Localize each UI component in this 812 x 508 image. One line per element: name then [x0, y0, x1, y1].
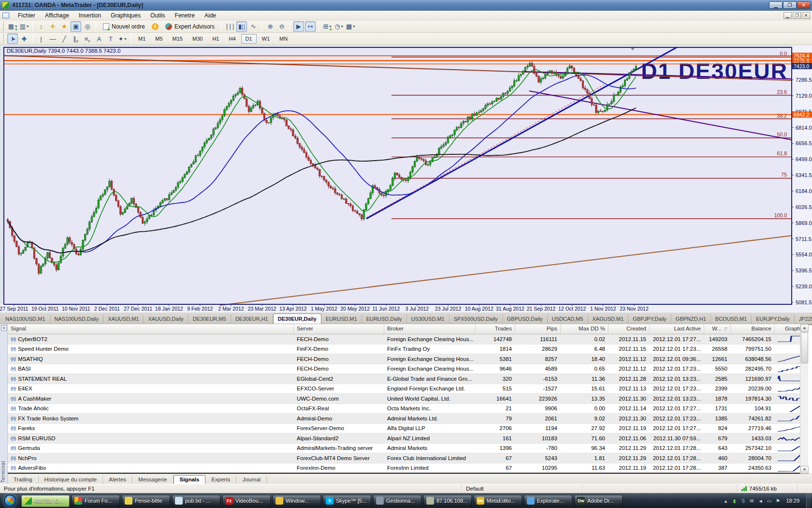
chart-tab-de30eur-daily[interactable]: DE30EUR,Daily — [273, 314, 321, 324]
menu-affichage[interactable]: Affichage — [40, 11, 74, 20]
signal-row[interactable]: ((•))CyberBOT2FECH-DemoForeign Exchange … — [8, 334, 800, 344]
signal-row[interactable]: ((•))GertrudaAdmiralMarkets-Trading serv… — [8, 444, 800, 454]
taskbar-button-metaeditor[interactable]: MeMetaEdito... — [474, 495, 522, 507]
chart-tab-us30usd-m1[interactable]: US30USD,M1 — [407, 314, 450, 324]
timeframe-m1[interactable]: M1 — [134, 34, 150, 44]
chart-tab-eurusd-daily[interactable]: EURUSD,Daily — [362, 314, 407, 324]
chart-tab-eurjpy-daily[interactable]: EURJPY,Daily — [752, 314, 795, 324]
signal-row[interactable]: ((•))MSATHIQFECH-DemoForeign Exchange Cl… — [8, 354, 800, 364]
arrows[interactable]: ✦▾ — [117, 33, 128, 44]
fibonacci[interactable]: ≡F — [82, 33, 93, 44]
timeframe-m15[interactable]: M15 — [168, 34, 187, 44]
child-minimize-button[interactable]: ▁ — [783, 12, 792, 19]
terminal-tab-historique-du-compte[interactable]: Historique du compte — [39, 476, 103, 484]
auto-scroll[interactable]: ▶ — [293, 21, 304, 32]
toolbar-grip[interactable] — [3, 22, 5, 31]
chart-tab-xagusd-m1[interactable]: XAGUSD,M1 — [588, 314, 629, 324]
mql5-alert[interactable]: ! — [150, 21, 160, 32]
chart-tray-icon[interactable]: ▮ — [731, 497, 738, 504]
volume-tray-icon[interactable]: ◄ — [757, 497, 764, 504]
signal-row[interactable]: ((•))BASIFECH-DemoForeign Exchange Clear… — [8, 364, 800, 374]
periods[interactable]: ◷▾ — [334, 21, 344, 32]
flag-tray-icon[interactable]: ⚑ — [774, 497, 781, 504]
scrollbar-thumb[interactable] — [801, 332, 808, 363]
zoom-out[interactable]: ⊖ — [276, 21, 287, 32]
terminal-panel[interactable]: ▣ — [71, 21, 81, 32]
taskbar-button-windows-explorer[interactable]: Explorate... — [524, 495, 572, 507]
terminal-tab-signals[interactable]: Signals — [174, 475, 206, 484]
timeframe-w1[interactable]: W1 — [258, 34, 275, 44]
close-button[interactable]: ✕ — [797, 1, 811, 9]
hidden-icons-icon[interactable]: ▴ — [722, 497, 729, 504]
chart-tab-xauusd-daily[interactable]: XAUUSD,Daily — [144, 314, 188, 324]
status-profile[interactable]: Default — [462, 484, 582, 493]
menu-graphiques[interactable]: Graphiques — [106, 11, 145, 20]
taskbar-button-sticky-note[interactable]: Pense-bête — [122, 495, 170, 507]
timeframe-h1[interactable]: H1 — [208, 34, 223, 44]
taskbar-button-dreamweaver[interactable]: DwAdobe Dr... — [574, 495, 623, 507]
menu-outils[interactable]: Outils — [145, 11, 170, 20]
taskbar-button-chrome[interactable]: Forum Fo... — [72, 495, 120, 507]
network-tray-icon[interactable]: ▭ — [766, 497, 772, 504]
chart-tab-bcousd-m1[interactable]: BCOUSD,M1 — [711, 314, 752, 324]
column-header-created[interactable]: Created — [609, 324, 650, 334]
chart-tab-nas100usd-m1[interactable]: NAS100USD,M1 — [1, 314, 50, 324]
timeframe-d1[interactable]: D1 — [241, 34, 257, 44]
signal-row[interactable]: ((•))Trade AholicOctaFX-RealOcta Markets… — [8, 404, 800, 414]
chart-tab-nas100usd-daily[interactable]: NAS100USD,Daily — [50, 314, 104, 324]
cursor[interactable]: ➤ — [7, 33, 18, 44]
timeframe-mn[interactable]: MN — [275, 34, 292, 44]
taskbar-button-remote-desktop[interactable]: 87.106.108... — [423, 495, 472, 507]
vertical-line[interactable]: | — [36, 33, 46, 44]
taskbar-button-skype[interactable]: SSkype™ [5... — [323, 495, 371, 507]
signal-row[interactable]: ((•))STATEMENT REALEGlobal-Cent2E-Global… — [8, 374, 800, 384]
terminal-tab-journal[interactable]: Journal — [236, 476, 267, 484]
candle-chart-mode[interactable]: ▮▯ — [236, 21, 247, 32]
chart-tab-de30eur-h1[interactable]: DE30EUR,H1 — [231, 314, 273, 324]
column-header-graph[interactable]: Graph — [775, 324, 804, 334]
chart-tab-gbpjpy-daily[interactable]: GBPJPY,Daily — [628, 314, 671, 324]
signal-row[interactable]: ((•))FX Trade Ronko SystemAdmiral-DemoAd… — [8, 414, 800, 424]
text-label[interactable]: T — [105, 33, 116, 44]
chart-tab-spx500usd-daily[interactable]: SPX500USD,Daily — [450, 314, 503, 324]
column-header-broker[interactable]: Broker — [384, 324, 476, 334]
chart-tab-gbpusd-daily[interactable]: GBPUSD,Daily — [503, 314, 548, 324]
maximize-button[interactable]: ❐ — [783, 1, 797, 9]
new-order-button[interactable]: +Nouvel ordre — [99, 21, 149, 32]
signal-row[interactable]: ((•))Speed Hunter DemoFinFX-DemoFinFx Tr… — [8, 344, 800, 355]
show-desktop-button[interactable] — [806, 493, 811, 508]
horizontal-line[interactable]: — — [47, 33, 58, 44]
market-watch[interactable]: ↕ — [36, 21, 46, 32]
signal-row[interactable]: ((•))A CashMakerUWC-Demo.comUnited World… — [8, 394, 800, 404]
taskbar-button-task-manager[interactable]: Gestionna... — [373, 495, 421, 507]
templates[interactable]: ▩▾ — [345, 21, 356, 32]
child-close-button[interactable]: ✕ — [802, 12, 810, 19]
taskbar-button-filezilla[interactable]: FzVideoBou... — [222, 495, 271, 507]
menu-aide[interactable]: Aide — [200, 11, 221, 20]
signal-row[interactable]: ((•))E4EXEFXCO-ServerEngland Foreign Exc… — [8, 384, 800, 394]
column-header-server[interactable]: Server — [294, 324, 384, 334]
column-header-maxdd[interactable]: Max DD % — [561, 324, 609, 334]
timeframe-h4[interactable]: H4 — [224, 34, 240, 44]
crosshair[interactable]: ✚ — [19, 33, 29, 44]
toolbar-grip[interactable] — [3, 34, 5, 43]
minimize-button[interactable]: ▁ — [769, 1, 783, 9]
chart-tab-usdcad-m5[interactable]: USDCAD,M5 — [548, 314, 588, 324]
price-chart[interactable]: D1 DE30EUR0.023.638.250.061.875100.07286… — [0, 45, 812, 313]
column-header-last_active[interactable]: Last Active — [650, 324, 704, 334]
bar-chart-mode[interactable]: ∣∣∣ — [225, 21, 235, 32]
skype-tray-icon[interactable]: S — [740, 497, 746, 504]
terminal-tab-trading[interactable]: Trading — [8, 476, 39, 484]
expert-advisors-button[interactable]: Expert Advisors — [161, 21, 218, 32]
column-header-trades[interactable]: Trades — [476, 324, 515, 334]
column-header-pips[interactable]: Pips — [515, 324, 561, 334]
chart-shift[interactable]: ↦ — [305, 21, 316, 32]
line-chart-mode[interactable]: ∿ — [248, 21, 259, 32]
signal-row[interactable]: ((•))FarekxForexServer-DemoAlfa Digital … — [8, 424, 800, 434]
column-header-signal[interactable]: Signal — [8, 324, 294, 334]
new-chart[interactable]: ▦+▾ — [7, 21, 18, 32]
menu-insertion[interactable]: Insertion — [74, 11, 106, 20]
scroll-down-icon[interactable]: ▼ — [800, 466, 809, 474]
signals-scrollbar[interactable]: ▲ ▼ — [800, 324, 808, 474]
menu-fenetre[interactable]: Fenetre — [170, 11, 200, 20]
